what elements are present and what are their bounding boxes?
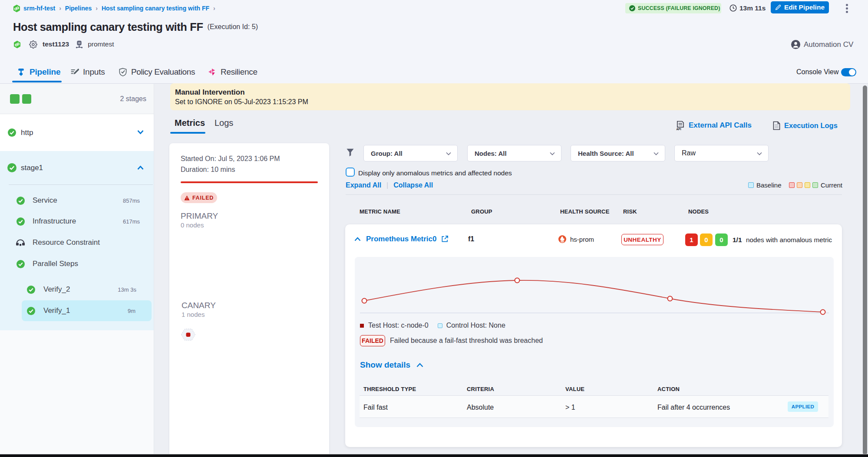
svg-text:API: API — [676, 128, 681, 131]
